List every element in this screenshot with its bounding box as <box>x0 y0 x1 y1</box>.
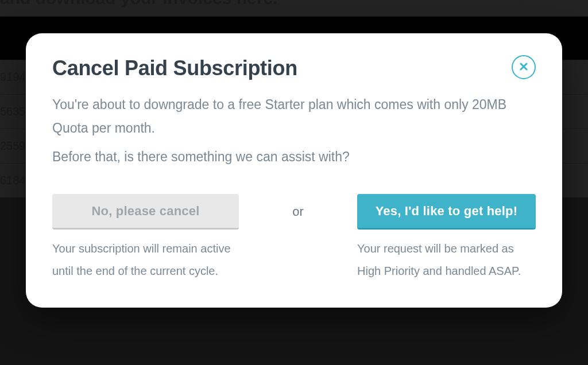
modal-overlay: Cancel Paid Subscription You're about to… <box>0 0 588 365</box>
help-button[interactable]: Yes, I'd like to get help! <box>357 194 536 230</box>
close-icon <box>520 63 528 72</box>
modal-body-p1: You're about to downgrade to a free Star… <box>52 93 536 141</box>
cancel-caption: Your subscription will remain active unt… <box>52 238 239 282</box>
help-caption: Your request will be marked as High Prio… <box>357 238 536 282</box>
modal-actions: No, please cancel Your subscription will… <box>52 194 536 282</box>
modal-title: Cancel Paid Subscription <box>52 56 297 80</box>
close-button[interactable] <box>512 55 536 79</box>
or-divider: or <box>292 204 304 219</box>
modal-body: You're about to downgrade to a free Star… <box>52 93 536 169</box>
cancel-button[interactable]: No, please cancel <box>52 194 239 230</box>
modal-body-p2: Before that, is there something we can a… <box>52 145 536 169</box>
cancel-subscription-modal: Cancel Paid Subscription You're about to… <box>26 33 562 308</box>
